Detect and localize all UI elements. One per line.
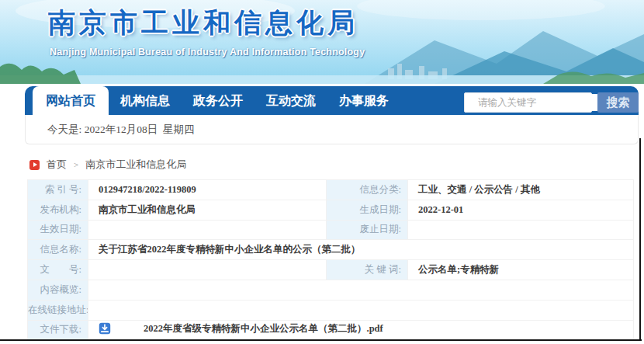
field-value: 012947218/2022-119809 bbox=[88, 180, 327, 200]
field-label: 信息名称: bbox=[28, 240, 88, 260]
field-value: 南京市工业和信息化局 bbox=[88, 200, 327, 220]
field-value: 关于江苏省2022年度专精特新中小企业名单的公示（第二批） bbox=[88, 240, 634, 260]
field-label: 在线链接地址: bbox=[28, 300, 88, 320]
breadcrumb: 首页>南京市工业和信息化局 bbox=[29, 158, 186, 172]
table-row: 生效日期:废止日期: bbox=[28, 220, 634, 240]
table-row: 在线链接地址: bbox=[28, 300, 634, 320]
breadcrumb-item[interactable]: 首页 bbox=[47, 158, 67, 172]
document-info-table: 索 引 号:012947218/2022-119809信息分类:工业、交通 / … bbox=[27, 179, 634, 340]
nav-tab-2[interactable]: 机构信息 bbox=[109, 86, 182, 115]
field-label: 发布机构: bbox=[28, 200, 88, 220]
frame-right-line bbox=[639, 138, 641, 341]
page: 南京市工业和信息化局 Nanjing Municipal Bureau of I… bbox=[0, 0, 644, 344]
search-button[interactable]: 搜索 bbox=[597, 92, 639, 113]
field-value bbox=[88, 300, 634, 320]
table-row: 文件下载:2022年度省级专精特新中小企业公示名单（第二批）.pdf bbox=[28, 320, 634, 340]
breadcrumb-marker-icon bbox=[29, 160, 40, 170]
file-download-link[interactable]: 2022年度省级专精特新中小企业公示名单（第二批）.pdf bbox=[99, 322, 383, 335]
nav-tab-5[interactable]: 办事服务 bbox=[327, 86, 400, 115]
site-subtitle: Nanjing Municipal Bureau of Industry And… bbox=[50, 47, 365, 57]
field-label: 内容概览: bbox=[28, 280, 88, 300]
field-value: 公示名单;专精特新 bbox=[408, 260, 634, 280]
field-value bbox=[88, 260, 327, 280]
main-navbar: 网站首页机构信息政务公开互动交流办事服务 搜索 bbox=[25, 86, 639, 115]
table-row: 索 引 号:012947218/2022-119809信息分类:工业、交通 / … bbox=[28, 180, 634, 200]
breadcrumb-separator: > bbox=[74, 160, 78, 169]
field-label: 关 键 词: bbox=[327, 260, 408, 280]
field-value bbox=[408, 220, 634, 240]
field-value bbox=[88, 280, 634, 300]
field-label: 信息分类: bbox=[327, 180, 408, 200]
table-row: 发布机构:南京市工业和信息化局生成日期:2022-12-01 bbox=[28, 200, 634, 220]
field-label: 文件下载: bbox=[28, 320, 88, 340]
download-icon[interactable] bbox=[99, 322, 111, 335]
field-value: 2022年度省级专精特新中小企业公示名单（第二批）.pdf bbox=[88, 320, 634, 340]
field-value: 工业、交通 / 公示公告 / 其他 bbox=[408, 180, 634, 200]
breadcrumb-item[interactable]: 南京市工业和信息化局 bbox=[85, 158, 186, 172]
breadcrumb-items: 首页>南京市工业和信息化局 bbox=[47, 158, 186, 172]
field-label: 索 引 号: bbox=[28, 180, 88, 200]
nav-tab-4[interactable]: 互动交流 bbox=[254, 86, 327, 115]
field-label: 废止日期: bbox=[327, 220, 408, 240]
file-name[interactable]: 2022年度省级专精特新中小企业公示名单（第二批）.pdf bbox=[144, 322, 383, 335]
frame-bottom-line bbox=[0, 339, 642, 341]
nav-tab-1[interactable]: 网站首页 bbox=[33, 86, 109, 115]
site-banner: 南京市工业和信息化局 Nanjing Municipal Bureau of I… bbox=[0, 0, 644, 84]
search-box bbox=[464, 92, 592, 113]
table-row: 内容概览: bbox=[28, 280, 634, 300]
site-title: 南京市工业和信息化局 bbox=[48, 5, 358, 41]
today-date: 今天是: 2022年12月08日 星期四 bbox=[47, 123, 194, 137]
table-row: 文 号:关 键 词:公示名单;专精特新 bbox=[28, 260, 634, 280]
search-input[interactable] bbox=[476, 94, 604, 111]
field-value bbox=[88, 220, 327, 240]
nav-tab-3[interactable]: 政务公开 bbox=[182, 86, 254, 115]
table-row: 信息名称:关于江苏省2022年度专精特新中小企业名单的公示（第二批） bbox=[28, 240, 634, 260]
dateline-bar: 今天是: 2022年12月08日 星期四 bbox=[25, 115, 639, 144]
field-value: 2022-12-01 bbox=[408, 200, 634, 220]
field-label: 文 号: bbox=[28, 260, 88, 280]
field-label: 生成日期: bbox=[327, 200, 408, 220]
field-label: 生效日期: bbox=[28, 220, 88, 240]
